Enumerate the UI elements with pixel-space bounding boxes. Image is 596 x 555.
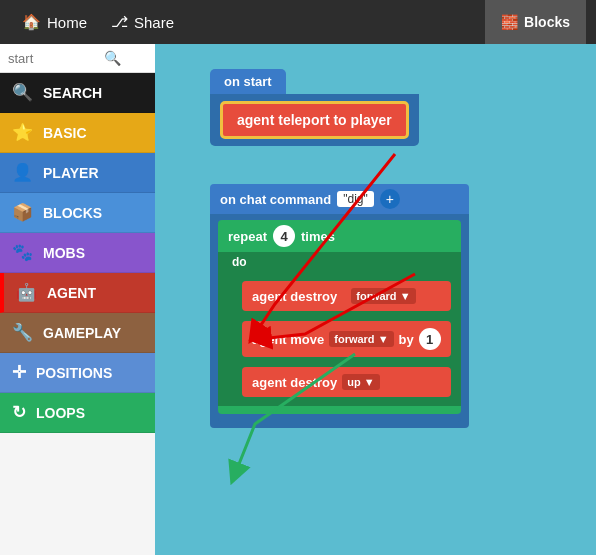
header: 🏠 Home ⎇ Share 🧱 Blocks: [0, 0, 596, 44]
sidebar-item-search[interactable]: 🔍 SEARCH: [0, 73, 155, 113]
do-body: agent destroy forward ▼ agent move forwa…: [218, 272, 461, 406]
sidebar: 🔍 🔍 SEARCH ⭐ BASIC 👤 PLAYER 📦 BLOCKS 🐾 M…: [0, 44, 155, 555]
home-icon: 🏠: [22, 13, 41, 31]
on-start-body: agent teleport to player: [210, 94, 419, 146]
search-bar: 🔍: [0, 44, 155, 73]
on-chat-group: on chat command "dig" + repeat 4 times d…: [210, 184, 469, 428]
chat-header-block: on chat command "dig" +: [210, 184, 469, 214]
share-label: Share: [134, 14, 174, 31]
sidebar-item-blocks-label: BLOCKS: [43, 205, 102, 221]
sidebar-item-positions-label: POSITIONS: [36, 365, 112, 381]
sidebar-item-loops[interactable]: ↻ LOOPS: [0, 393, 155, 433]
forward-dropdown[interactable]: forward ▼: [351, 288, 415, 304]
player-icon: 👤: [12, 162, 33, 183]
blocks-label: Blocks: [524, 14, 570, 30]
move-direction-dropdown[interactable]: forward ▼: [329, 331, 393, 347]
sidebar-item-mobs[interactable]: 🐾 MOBS: [0, 233, 155, 273]
search-input[interactable]: [8, 51, 98, 66]
sidebar-item-search-label: SEARCH: [43, 85, 102, 101]
canvas-area: on start agent teleport to player on cha…: [155, 44, 596, 555]
positions-icon: ✛: [12, 362, 26, 383]
search-sidebar-icon: 🔍: [12, 82, 33, 103]
sidebar-item-player-label: PLAYER: [43, 165, 99, 181]
loops-icon: ↻: [12, 402, 26, 423]
repeat-group: repeat 4 times do agent destroy fo: [218, 220, 461, 422]
repeat-block: repeat 4 times: [218, 220, 461, 252]
sidebar-item-agent-label: AGENT: [47, 285, 96, 301]
teleport-block[interactable]: agent teleport to player: [220, 101, 409, 139]
on-start-group: on start agent teleport to player: [210, 69, 419, 146]
sidebar-item-mobs-label: MOBS: [43, 245, 85, 261]
add-param-button[interactable]: +: [380, 189, 400, 209]
chat-body: repeat 4 times do agent destroy fo: [210, 214, 469, 428]
blocks-icon: 🧱: [501, 14, 518, 30]
home-button[interactable]: 🏠 Home: [10, 7, 99, 37]
sidebar-item-positions[interactable]: ✛ POSITIONS: [0, 353, 155, 393]
agent-destroy-forward-block[interactable]: agent destroy forward ▼: [242, 281, 451, 311]
sidebar-item-basic[interactable]: ⭐ BASIC: [0, 113, 155, 153]
share-button[interactable]: ⎇ Share: [99, 7, 186, 37]
sidebar-item-gameplay-label: GAMEPLAY: [43, 325, 121, 341]
on-start-block: on start: [210, 69, 286, 94]
sidebar-item-blocks[interactable]: 📦 BLOCKS: [0, 193, 155, 233]
agent-icon: 🤖: [16, 282, 37, 303]
move-value[interactable]: 1: [419, 328, 441, 350]
share-icon: ⎇: [111, 13, 128, 31]
sidebar-item-agent[interactable]: 🤖 AGENT: [0, 273, 155, 313]
sidebar-item-player[interactable]: 👤 PLAYER: [0, 153, 155, 193]
chat-footer: [218, 414, 461, 422]
do-label: do: [218, 252, 461, 272]
blocks-tab[interactable]: 🧱 Blocks: [485, 0, 586, 44]
repeat-count[interactable]: 4: [273, 225, 295, 247]
main-layout: 🔍 🔍 SEARCH ⭐ BASIC 👤 PLAYER 📦 BLOCKS 🐾 M…: [0, 44, 596, 555]
mobs-icon: 🐾: [12, 242, 33, 263]
agent-destroy-up-block[interactable]: agent destroy up ▼: [242, 367, 451, 397]
sidebar-item-loops-label: LOOPS: [36, 405, 85, 421]
repeat-footer: [218, 406, 461, 414]
up-dropdown[interactable]: up ▼: [342, 374, 379, 390]
basic-icon: ⭐: [12, 122, 33, 143]
blocks-sidebar-icon: 📦: [12, 202, 33, 223]
agent-move-block[interactable]: agent move forward ▼ by 1: [242, 321, 451, 357]
sidebar-item-basic-label: BASIC: [43, 125, 87, 141]
search-button[interactable]: 🔍: [104, 50, 121, 66]
dig-value: "dig": [337, 191, 374, 207]
gameplay-icon: 🔧: [12, 322, 33, 343]
sidebar-item-gameplay[interactable]: 🔧 GAMEPLAY: [0, 313, 155, 353]
home-label: Home: [47, 14, 87, 31]
